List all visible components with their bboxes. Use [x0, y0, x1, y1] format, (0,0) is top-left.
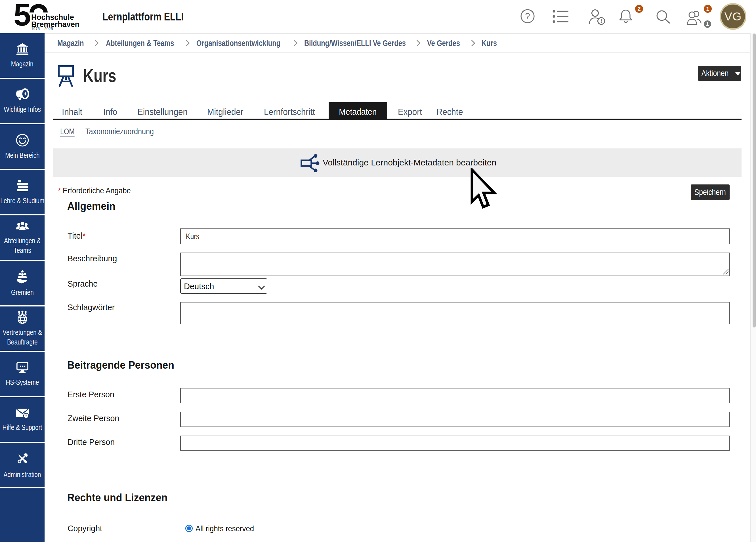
svg-text:?: ? [25, 413, 27, 418]
svg-text:?: ? [525, 11, 530, 21]
